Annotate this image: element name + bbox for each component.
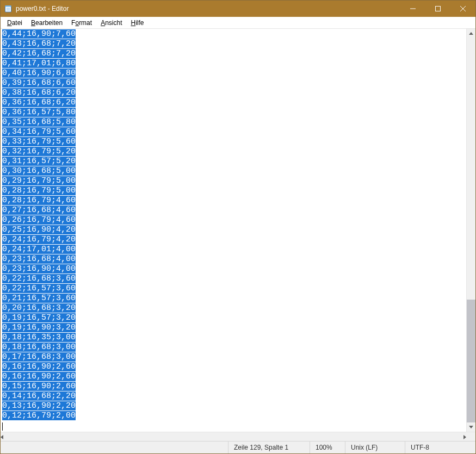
text-line[interactable]: 0,24;16,79;4,20 — [2, 235, 465, 245]
vertical-scroll-thumb[interactable] — [467, 300, 475, 422]
text-line[interactable]: 0,29;16,79;5,00 — [2, 176, 465, 186]
minimize-button[interactable] — [400, 1, 425, 17]
text-line[interactable]: 0,22;16,57;3,60 — [2, 284, 465, 294]
text-line[interactable]: 0,28;16,79;4,60 — [2, 196, 465, 206]
text-line[interactable]: 0,28;16,79;5,00 — [2, 186, 465, 196]
titlebar[interactable]: power0.txt - Editor — [1, 1, 475, 17]
window-title: power0.txt - Editor — [16, 5, 400, 13]
text-line[interactable]: 0,38;16,68;6,20 — [2, 88, 465, 98]
menu-file[interactable]: Datei — [3, 18, 27, 28]
text-line[interactable]: 0,44;16,90;7,60 — [2, 29, 465, 39]
text-editor[interactable]: 0,44;16,90;7,600,43;16,68;7,200,42;16,68… — [1, 29, 466, 432]
horizontal-scroll-track[interactable] — [3, 432, 463, 441]
text-line[interactable]: 0,18;16,35;3,00 — [2, 333, 465, 343]
text-line[interactable]: 0,39;16,68;6,60 — [2, 78, 465, 88]
svg-rect-1 — [5, 5, 11, 7]
text-line[interactable]: 0,15;16,90;2,60 — [2, 382, 465, 391]
menu-format[interactable]: Format — [67, 18, 96, 28]
vertical-scrollbar[interactable] — [466, 29, 475, 432]
maximize-button[interactable] — [425, 1, 450, 17]
text-line[interactable]: 0,16;16,90;2,60 — [2, 362, 465, 372]
text-line[interactable]: 0,32;16,79;5,20 — [2, 147, 465, 157]
text-line[interactable]: 0,27;16,68;4,60 — [2, 206, 465, 215]
text-line[interactable]: 0,40;16,90;6,80 — [2, 69, 465, 78]
editor-area: 0,44;16,90;7,600,43;16,68;7,200,42;16,68… — [1, 29, 475, 432]
text-line[interactable]: 0,41;17,01;6,80 — [2, 59, 465, 69]
menu-view[interactable]: Ansicht — [96, 18, 126, 28]
window-controls — [400, 1, 475, 17]
menu-edit[interactable]: Bearbeiten — [27, 18, 67, 28]
close-button[interactable] — [450, 1, 475, 17]
status-spacer — [1, 441, 228, 453]
text-line[interactable]: 0,17;16,68;3,00 — [2, 352, 465, 362]
scroll-up-button[interactable] — [467, 29, 475, 38]
text-line[interactable]: 0,36;16,57;5,80 — [2, 108, 465, 117]
svg-marker-10 — [469, 426, 473, 428]
text-line[interactable]: 0,19;16,90;3,20 — [2, 323, 465, 333]
text-line[interactable]: 0,34;16,79;5,60 — [2, 127, 465, 137]
text-line[interactable]: 0,25;16,90;4,20 — [2, 225, 465, 235]
text-line[interactable]: 0,33;16,79;5,60 — [2, 137, 465, 147]
text-line[interactable]: 0,22;16,68;3,60 — [2, 274, 465, 284]
text-line[interactable]: 0,36;16,68;6,20 — [2, 98, 465, 108]
text-line[interactable]: 0,14;16,68;2,20 — [2, 391, 465, 401]
status-encoding: UTF-8 — [405, 441, 475, 453]
text-line[interactable]: 0,13;16,90;2,20 — [2, 401, 465, 411]
svg-rect-6 — [436, 7, 441, 11]
text-line[interactable]: 0,16;16,90;2,60 — [2, 372, 465, 382]
statusbar: Zeile 129, Spalte 1 100% Unix (LF) UTF-8 — [1, 441, 475, 453]
scroll-down-button[interactable] — [467, 422, 475, 432]
menu-help[interactable]: Hilfe — [127, 18, 149, 28]
text-line[interactable]: 0,26;16,79;4,60 — [2, 215, 465, 225]
text-line[interactable]: 0,23;16,68;4,00 — [2, 254, 465, 264]
text-line[interactable]: 0,30;16,68;5,00 — [2, 166, 465, 176]
text-line[interactable]: 0,12;16,79;2,00 — [2, 411, 465, 421]
cursor-line[interactable] — [2, 421, 465, 431]
text-line[interactable]: 0,21;16,57;3,60 — [2, 294, 465, 303]
status-cursor-position: Zeile 129, Spalte 1 — [228, 441, 310, 453]
svg-rect-0 — [5, 6, 11, 12]
text-line[interactable]: 0,31;16,57;5,20 — [2, 157, 465, 166]
text-line[interactable]: 0,42;16,68;7,20 — [2, 49, 465, 59]
horizontal-scrollbar[interactable] — [1, 432, 475, 441]
text-line[interactable]: 0,24;17,01;4,00 — [2, 245, 465, 254]
status-zoom: 100% — [310, 441, 345, 453]
text-line[interactable]: 0,20;16,68;3,20 — [2, 303, 465, 313]
text-line[interactable]: 0,35;16,68;5,80 — [2, 117, 465, 127]
menubar: Datei Bearbeiten Format Ansicht Hilfe — [1, 17, 475, 29]
text-line[interactable]: 0,43;16,68;7,20 — [2, 39, 465, 49]
scrollbar-corner — [466, 432, 475, 441]
status-line-ending: Unix (LF) — [345, 441, 405, 453]
app-notepad-icon — [4, 4, 13, 13]
svg-marker-9 — [469, 32, 473, 35]
text-line[interactable]: 0,18;16,68;3,00 — [2, 343, 465, 352]
text-line[interactable]: 0,23;16,90;4,00 — [2, 264, 465, 274]
text-line[interactable]: 0,19;16,57;3,20 — [2, 313, 465, 323]
vertical-scroll-track[interactable] — [467, 38, 475, 422]
